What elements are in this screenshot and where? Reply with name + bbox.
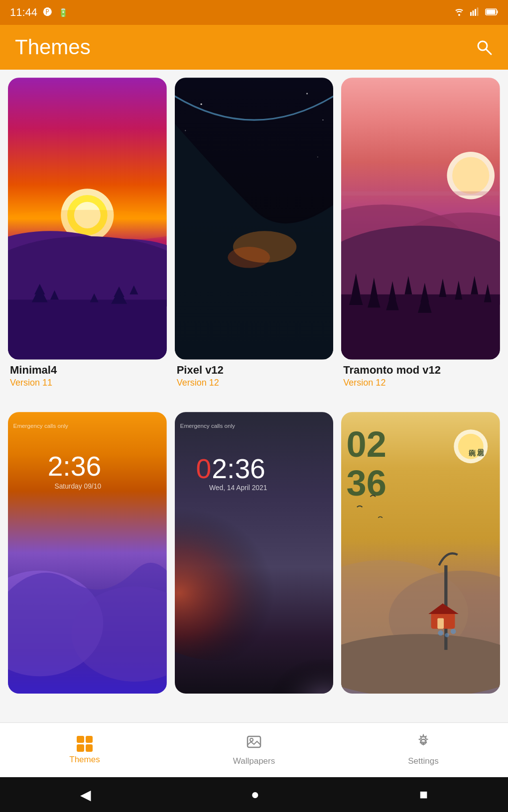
svg-rect-3 bbox=[475, 9, 476, 16]
bottom-nav: Themes Wallpapers Settings bbox=[0, 722, 508, 777]
svg-text:Emergency calls only: Emergency calls only bbox=[13, 422, 68, 429]
svg-point-71 bbox=[458, 433, 484, 459]
svg-text:0: 0 bbox=[196, 453, 211, 484]
svg-point-87 bbox=[250, 738, 253, 741]
svg-point-32 bbox=[322, 119, 323, 120]
svg-text:2:36: 2:36 bbox=[212, 453, 265, 484]
theme-name-minimal4: Minimal4 bbox=[10, 364, 165, 377]
theme-info-lock2 bbox=[175, 694, 334, 699]
theme-card-lock3[interactable]: 02 36 洗碗刷 日志朋友 bbox=[341, 412, 500, 715]
status-right bbox=[453, 6, 498, 19]
theme-version-tramontov12: Version 12 bbox=[343, 378, 498, 388]
theme-thumbnail-lock1: Emergency calls only 2:36 Saturday 09/10 bbox=[8, 412, 167, 694]
svg-rect-1 bbox=[470, 12, 472, 16]
svg-rect-18 bbox=[8, 300, 167, 359]
status-time: 11:44 bbox=[10, 6, 37, 19]
back-button[interactable]: ◀ bbox=[80, 787, 91, 803]
svg-point-33 bbox=[185, 130, 186, 131]
svg-text:Emergency calls only: Emergency calls only bbox=[180, 422, 235, 429]
svg-rect-82 bbox=[438, 618, 444, 628]
nav-item-settings[interactable]: Settings bbox=[339, 723, 508, 777]
theme-info-lock1 bbox=[8, 694, 167, 699]
svg-rect-4 bbox=[477, 7, 479, 16]
svg-point-85 bbox=[451, 628, 456, 634]
theme-thumbnail-minimal4 bbox=[8, 78, 167, 360]
battery-icon bbox=[485, 6, 498, 19]
themes-grid: Minimal4 Version 11 bbox=[0, 70, 508, 722]
home-button[interactable]: ● bbox=[251, 787, 259, 803]
svg-rect-86 bbox=[248, 736, 260, 747]
theme-info-tramontov12: Tramonto mod v12 Version 12 bbox=[341, 360, 500, 388]
status-icon-battery-small: 🔋 bbox=[58, 8, 68, 17]
app-bar: Themes bbox=[0, 25, 508, 70]
wifi-icon bbox=[453, 6, 465, 19]
system-nav: ◀ ● ■ bbox=[0, 777, 508, 812]
wallpapers-nav-icon bbox=[246, 734, 262, 753]
svg-point-30 bbox=[200, 103, 202, 105]
nav-label-wallpapers: Wallpapers bbox=[233, 756, 275, 766]
theme-card-minimal4[interactable]: Minimal4 Version 11 bbox=[8, 78, 167, 404]
svg-text:2:36: 2:36 bbox=[48, 450, 101, 481]
theme-thumbnail-pixelv12 bbox=[175, 78, 334, 360]
svg-text:Saturday 09/10: Saturday 09/10 bbox=[54, 483, 101, 490]
themes-icon-cell-tl bbox=[77, 736, 84, 743]
nav-label-themes: Themes bbox=[69, 755, 100, 765]
status-left: 11:44 🅟 🔋 bbox=[10, 6, 68, 19]
theme-card-lock2[interactable]: Emergency calls only 0 2:36 Wed, 14 Apri… bbox=[175, 412, 334, 715]
themes-icon-cell-bl bbox=[77, 744, 84, 752]
svg-point-0 bbox=[458, 14, 460, 16]
theme-card-pixelv12[interactable]: Pixel v12 Version 12 bbox=[175, 78, 334, 404]
theme-name-pixelv12: Pixel v12 bbox=[177, 364, 332, 377]
theme-name-tramontov12: Tramonto mod v12 bbox=[343, 364, 498, 377]
svg-point-29 bbox=[228, 247, 270, 268]
status-icon-p: 🅟 bbox=[43, 7, 52, 18]
svg-text:36: 36 bbox=[347, 463, 386, 503]
svg-text:02: 02 bbox=[347, 424, 386, 464]
svg-rect-38 bbox=[341, 192, 500, 196]
status-bar: 11:44 🅟 🔋 bbox=[0, 0, 508, 25]
theme-info-minimal4: Minimal4 Version 11 bbox=[8, 360, 167, 388]
theme-card-lock1[interactable]: Emergency calls only 2:36 Saturday 09/10 bbox=[8, 412, 167, 715]
svg-rect-2 bbox=[473, 10, 474, 16]
search-button[interactable] bbox=[475, 38, 493, 56]
svg-line-9 bbox=[486, 49, 491, 54]
svg-rect-6 bbox=[497, 10, 498, 13]
recents-button[interactable]: ■ bbox=[419, 787, 428, 803]
svg-point-37 bbox=[452, 157, 489, 194]
nav-item-themes[interactable]: Themes bbox=[0, 723, 169, 777]
settings-nav-icon bbox=[415, 734, 431, 753]
page-title: Themes bbox=[15, 35, 91, 59]
themes-icon-cell-br bbox=[86, 744, 93, 752]
themes-icon-cell-tr bbox=[86, 736, 93, 743]
svg-point-34 bbox=[317, 156, 318, 157]
svg-text:Wed, 14 April 2021: Wed, 14 April 2021 bbox=[209, 484, 267, 492]
nav-label-settings: Settings bbox=[408, 756, 438, 766]
svg-rect-7 bbox=[487, 10, 496, 14]
svg-point-83 bbox=[438, 630, 444, 635]
theme-card-tramontov12[interactable]: Tramonto mod v12 Version 12 bbox=[341, 78, 500, 404]
theme-info-lock3 bbox=[341, 694, 500, 699]
themes-nav-icon bbox=[77, 736, 93, 752]
theme-version-pixelv12: Version 12 bbox=[177, 378, 332, 388]
theme-version-minimal4: Version 11 bbox=[10, 378, 165, 388]
svg-point-74 bbox=[341, 634, 500, 694]
theme-info-pixelv12: Pixel v12 Version 12 bbox=[175, 360, 334, 388]
theme-thumbnail-lock2: Emergency calls only 0 2:36 Wed, 14 Apri… bbox=[175, 412, 334, 694]
theme-thumbnail-tramontov12 bbox=[341, 78, 500, 360]
svg-point-84 bbox=[445, 633, 449, 637]
nav-item-wallpapers[interactable]: Wallpapers bbox=[169, 723, 339, 777]
svg-point-31 bbox=[306, 93, 308, 94]
signal-icon bbox=[470, 6, 480, 19]
theme-thumbnail-lock3: 02 36 洗碗刷 日志朋友 bbox=[341, 412, 500, 694]
